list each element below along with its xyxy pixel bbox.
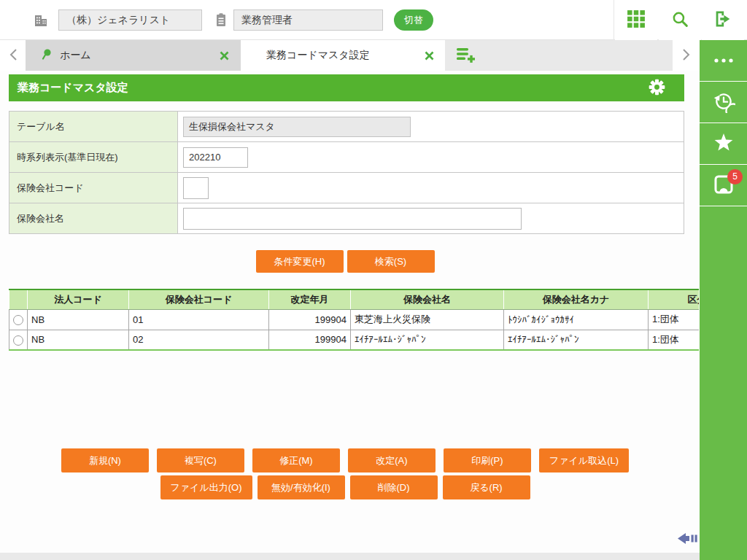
tab-home-label: ホーム	[60, 49, 91, 62]
search-condition-form: テーブル名 時系列表示(基準日現在) 保険会社コード 保険会社名	[9, 111, 684, 234]
corp-code-header: 法人コード	[28, 289, 129, 309]
form-row-base-date: 時系列表示(基準日現在)	[9, 142, 684, 173]
row-select-radio[interactable]	[13, 315, 23, 325]
logout-button[interactable]	[702, 0, 744, 40]
category-header: 区分	[649, 289, 700, 309]
history-clock-icon	[712, 90, 735, 115]
search-button-row: 条件変更(H) 検索(S)	[0, 250, 690, 273]
role-input[interactable]	[233, 9, 383, 31]
file-export-button[interactable]: ファイル出力(O)	[160, 475, 252, 499]
results-table-container: 法人コード 保険会社コード 改定年月 保険会社名 保険会社名カナ 区分 NB 0…	[9, 289, 699, 351]
page-title-bar: 業務コードマスタ設定	[9, 74, 684, 101]
insurer-code-cell: 01	[129, 309, 269, 330]
logout-icon	[713, 9, 733, 31]
add-tab-icon	[456, 47, 476, 65]
revision-date-cell: 199904	[269, 330, 351, 350]
action-button-row-2: ファイル出力(O) 無効/有効化(I) 削除(D) 戻る(R)	[0, 475, 690, 499]
chevron-right-icon	[682, 48, 690, 63]
enable-disable-button[interactable]: 無効/有効化(I)	[258, 475, 345, 499]
insurer-kana-cell: ﾄｳｼﾊﾞｶｲｼﾞｮｳｶｻｲ	[504, 309, 649, 330]
notification-badge: 5	[727, 169, 743, 184]
add-tab-button[interactable]	[456, 47, 476, 65]
table-name-label: テーブル名	[9, 112, 178, 142]
chevron-left-icon	[9, 48, 18, 63]
pin-icon	[41, 48, 52, 63]
company-building-icon	[34, 12, 48, 31]
base-date-label: 時系列表示(基準日現在)	[9, 142, 178, 173]
table-row[interactable]: NB 01 199904 東芝海上火災保険 ﾄｳｼﾊﾞｶｲｼﾞｮｳｶｻｲ 1:団…	[9, 309, 700, 330]
tab-strip: ホーム 業務コードマスタ設定	[26, 40, 673, 71]
revision-date-cell: 199904	[269, 309, 351, 330]
copy-button[interactable]: 複写(C)	[157, 448, 244, 472]
more-menu-button[interactable]	[700, 40, 747, 82]
row-select-radio[interactable]	[13, 335, 23, 346]
revision-date-header: 改定年月	[269, 289, 351, 309]
insurer-code-label: 保険会社コード	[9, 173, 178, 203]
insurer-name-header: 保険会社名	[351, 289, 504, 309]
action-button-row-1: 新規(N) 複写(C) 修正(M) 改定(A) 印刷(P) ファイル取込(L)	[0, 448, 690, 472]
favorites-button[interactable]	[700, 123, 747, 165]
form-row-insurer-code: 保険会社コード	[9, 173, 684, 203]
tab-business-code-master[interactable]: 業務コードマスタ設定	[241, 40, 445, 71]
insurer-code-cell: 02	[129, 330, 269, 350]
insurer-name-input[interactable]	[183, 208, 522, 230]
table-row[interactable]: NB 02 199904 ｴｲﾁｱｰﾙｴﾑ･ｼﾞｬﾊﾟﾝ ｴｲﾁｱｰﾙｴﾑ･ｼﾞ…	[9, 330, 700, 350]
insurer-kana-cell: ｴｲﾁｱｰﾙｴﾑ･ｼﾞｬﾊﾟﾝ	[504, 330, 649, 350]
insurer-name-label: 保険会社名	[9, 203, 178, 234]
category-cell: 1:団体	[649, 330, 700, 350]
corp-code-cell: NB	[28, 330, 129, 350]
insurer-code-header: 保険会社コード	[129, 289, 269, 309]
new-button[interactable]: 新規(N)	[61, 448, 149, 472]
tab-home-close-icon[interactable]	[220, 51, 229, 61]
role-clipboard-icon	[214, 12, 228, 31]
apps-menu-button[interactable]	[615, 0, 657, 40]
tab-home[interactable]: ホーム	[26, 40, 241, 71]
scroll-tabs-right-button[interactable]	[676, 40, 696, 71]
notifications-tray-button[interactable]: 5	[700, 165, 747, 206]
search-execute-button[interactable]: 検索(S)	[347, 250, 435, 273]
header-separator	[614, 0, 614, 40]
apps-grid-icon	[627, 9, 646, 31]
gear-icon	[649, 79, 665, 98]
change-condition-button[interactable]: 条件変更(H)	[256, 250, 344, 273]
insurer-kana-header: 保険会社名カナ	[504, 289, 649, 309]
top-header-bar: 切替	[0, 0, 747, 40]
select-column-header	[9, 289, 28, 309]
insurer-code-input[interactable]	[183, 177, 209, 199]
print-button[interactable]: 印刷(P)	[444, 448, 531, 472]
star-icon	[713, 133, 735, 155]
scroll-left-arrow-icon	[678, 531, 699, 548]
app-window: 切替	[0, 0, 747, 560]
insurer-name-cell: 東芝海上火災保険	[351, 309, 504, 330]
delete-button[interactable]: 削除(D)	[350, 475, 438, 499]
company-input[interactable]	[58, 9, 202, 31]
insurer-name-cell: ｴｲﾁｱｰﾙｴﾑ･ｼﾞｬﾊﾟﾝ	[351, 330, 504, 350]
collapse-panel-button[interactable]	[678, 531, 699, 548]
search-button[interactable]	[659, 0, 701, 40]
right-sidebar: 5	[700, 40, 747, 560]
results-header-row: 法人コード 保険会社コード 改定年月 保険会社名 保険会社名カナ 区分	[9, 289, 700, 309]
history-button[interactable]	[700, 82, 747, 123]
corp-code-cell: NB	[28, 309, 129, 330]
tab-active-close-icon[interactable]	[425, 51, 434, 61]
revise-button[interactable]: 改定(A)	[348, 448, 436, 472]
more-ellipsis-icon	[713, 55, 735, 66]
base-date-input[interactable]	[183, 147, 248, 168]
tab-bar: ホーム 業務コードマスタ設定	[0, 40, 747, 71]
main-content: 業務コードマスタ設定	[0, 71, 700, 560]
table-name-input[interactable]	[183, 117, 411, 137]
modify-button[interactable]: 修正(M)	[252, 448, 340, 472]
form-row-insurer-name: 保険会社名	[9, 203, 684, 234]
form-row-table-name: テーブル名	[9, 112, 684, 142]
results-table: 法人コード 保険会社コード 改定年月 保険会社名 保険会社名カナ 区分 NB 0…	[9, 289, 699, 351]
search-icon	[671, 10, 689, 31]
switch-button[interactable]: 切替	[394, 9, 433, 31]
scroll-tabs-left-button[interactable]	[3, 40, 23, 71]
back-button[interactable]: 戻る(R)	[443, 475, 530, 499]
tab-active-label: 業務コードマスタ設定	[266, 49, 370, 62]
category-cell: 1:団体	[649, 309, 700, 330]
file-import-button[interactable]: ファイル取込(L)	[539, 448, 629, 472]
page-title: 業務コードマスタ設定	[18, 81, 128, 95]
settings-button[interactable]	[649, 79, 665, 98]
horizontal-scrollbar-track[interactable]	[0, 553, 700, 560]
